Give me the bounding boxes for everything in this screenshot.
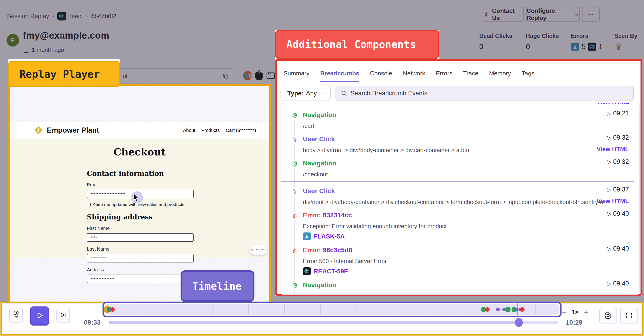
next-breadcrumb-button[interactable] — [56, 308, 70, 322]
view-html-link[interactable]: View HTML — [597, 146, 629, 153]
site-nav-products: Products — [201, 128, 220, 133]
stat-errors: Errors 5 1 — [571, 32, 603, 51]
play-icon: ▷ — [607, 186, 611, 193]
breadcrumb-row-navigation[interactable]: Navigation /checkout ▷09:32 — [281, 155, 634, 179]
row-timestamp[interactable]: ▷09:32 — [607, 134, 629, 141]
row-timestamp[interactable]: ▷09:37 — [607, 186, 629, 193]
empower-plant-label: Empower Plant — [47, 126, 99, 135]
row-description: Error: 500 - Internal Server Error — [303, 258, 608, 265]
tab-trace[interactable]: Trace — [463, 70, 478, 81]
replay-url-text: ut — [122, 73, 128, 80]
speed-controls: − 1× + — [562, 308, 588, 317]
seek-bar[interactable] — [108, 321, 558, 324]
row-description: div#root > div#body-container > div.chec… — [303, 199, 604, 205]
speed-increase-button[interactable]: + — [584, 308, 588, 317]
row-timestamp[interactable]: ▷09:40 — [607, 245, 629, 252]
annotation-additional-components: Additional Components — [275, 30, 440, 59]
search-input[interactable] — [350, 90, 628, 97]
stat-label: Errors — [571, 32, 603, 39]
tab-console[interactable]: Console — [370, 70, 392, 81]
rewind-10-button[interactable]: 10 ‹‹‹ — [9, 308, 23, 322]
issue-id: FLASK-5A — [314, 233, 345, 240]
search-icon — [341, 90, 347, 97]
row-timestamp[interactable]: ▷09:21 — [607, 110, 629, 117]
configure-replay-button[interactable]: Configure Replay — [526, 7, 580, 22]
user-avatar: F — [6, 34, 19, 46]
seek-handle[interactable] — [515, 318, 523, 327]
current-time-divider[interactable] — [281, 181, 634, 182]
tab-errors[interactable]: Errors — [436, 70, 452, 81]
row-description: /checkout — [303, 171, 608, 178]
newsletter-checkbox: Keep me updated with new sales and produ… — [87, 202, 194, 207]
first-name-field: **** — [87, 233, 194, 242]
tab-network[interactable]: Network — [403, 70, 425, 81]
site-nav-cart: Cart ($********) — [226, 128, 256, 133]
more-options-button[interactable]: ⋯ — [582, 7, 600, 22]
row-timestamp[interactable]: ▷09:40 — [607, 210, 629, 217]
breadcrumb-row-navigation[interactable]: Navigation /cart ▷09:21 — [281, 107, 634, 131]
configure-replay-label: Configure Replay — [526, 7, 571, 22]
breadcrumb-list: View HTML Navigation /cart ▷09:21 User C… — [280, 103, 640, 295]
issue-link[interactable]: REACT-59F — [303, 267, 634, 275]
annotation-replay-player: Replay Player — [8, 61, 120, 87]
row-timestamp[interactable]: ▷09:40 — [607, 280, 629, 287]
row-title: User Click — [303, 187, 634, 195]
contact-us-label: Contact Us — [492, 7, 523, 22]
breadcrumb-row-error[interactable]: Error: 96c3c5d0 Error: 500 - Internal Se… — [281, 242, 634, 277]
timeline-strip: 10 ‹‹‹ 09:33 − 1× + 10:29 — [0, 302, 644, 336]
flame-icon — [291, 247, 298, 255]
last-name-field: ********** — [87, 254, 194, 262]
feedback-masked-text: ****** * *** — [256, 249, 266, 251]
site-nav-about: About — [183, 128, 195, 133]
tab-tags[interactable]: Tags — [522, 70, 534, 81]
view-html-link[interactable]: View HTML — [597, 103, 629, 105]
stat-rage-clicks: Rage Clicks 0 — [526, 32, 559, 51]
annotation-timeline: Timeline — [180, 270, 254, 302]
react-error-icon — [588, 43, 596, 51]
viewport-size-icon — [266, 70, 276, 81]
contact-us-button[interactable]: Contact Us — [483, 7, 524, 22]
breadcrumb-session-replay[interactable]: Session Replay — [7, 12, 49, 20]
cursor-icon — [291, 188, 298, 196]
replay-age[interactable]: 1 month ago — [32, 46, 64, 54]
breadcrumb-row-user-click[interactable]: User Click body > div#root > div#body-co… — [281, 131, 634, 155]
play-button[interactable] — [30, 307, 49, 325]
rewind-chevrons-icon: ‹‹‹ — [14, 315, 18, 319]
timeline-minimap[interactable] — [102, 302, 562, 317]
stat-dead-clicks: Dead Clicks 0 — [479, 32, 512, 51]
row-description: /cart — [303, 123, 608, 129]
stat-label: Dead Clicks — [479, 32, 512, 39]
flask-error-count: 5 — [582, 43, 586, 51]
breadcrumb-search[interactable] — [336, 86, 634, 101]
play-icon: ▷ — [607, 135, 611, 141]
event-marker-click — [502, 308, 506, 311]
copy-url-icon[interactable] — [222, 73, 229, 79]
type-filter-dropdown[interactable]: Type: Any — [280, 86, 330, 101]
stat-value: 0 — [479, 43, 512, 51]
flask-project-icon — [571, 43, 579, 51]
breadcrumb-row-navigation[interactable]: Navigation /error ▷09:40 — [281, 277, 634, 295]
issue-link[interactable]: FLASK-5A — [303, 232, 634, 240]
row-timestamp[interactable]: ▷09:32 — [607, 158, 629, 166]
tab-memory[interactable]: Memory — [489, 70, 511, 81]
breadcrumb-row-user-click[interactable]: User Click div#root > div#body-container… — [281, 183, 634, 207]
breadcrumb-project[interactable]: react — [70, 12, 83, 20]
view-html-link[interactable]: View HTML — [597, 197, 629, 205]
tab-breadcrumbs[interactable]: Breadcrumbs — [320, 70, 359, 81]
first-name-label: First Name — [87, 226, 194, 231]
type-filter-value: Any — [306, 90, 317, 97]
empower-plant-logo-icon — [34, 126, 43, 135]
chevron-down-icon — [574, 12, 579, 17]
speed-decrease-button[interactable]: − — [562, 308, 566, 317]
chrome-browser-icon — [242, 70, 253, 81]
apple-os-icon — [254, 69, 265, 81]
total-duration: 10:29 — [566, 319, 582, 326]
replay-meta: 1 month ago — [23, 46, 64, 54]
megaphone-icon — [483, 11, 489, 17]
tab-summary[interactable]: Summary — [284, 70, 310, 81]
fullscreen-button[interactable] — [620, 308, 638, 323]
breadcrumb-row-error[interactable]: Error: 832314cc Exception: Error validat… — [281, 207, 634, 242]
play-icon: ▷ — [607, 280, 611, 287]
divider — [34, 166, 244, 166]
settings-button[interactable] — [599, 308, 617, 323]
